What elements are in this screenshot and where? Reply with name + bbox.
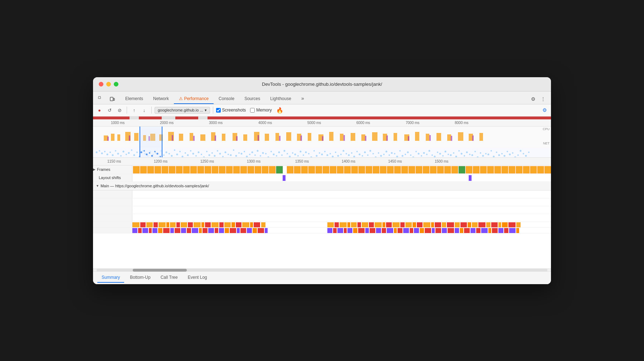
close-button[interactable] xyxy=(99,82,103,86)
svg-point-202 xyxy=(480,152,481,154)
svg-point-60 xyxy=(99,150,100,152)
svg-rect-247 xyxy=(255,166,261,173)
svg-point-208 xyxy=(496,152,497,153)
tab-lighthouse[interactable]: Lighthouse xyxy=(265,94,296,104)
record-button[interactable]: ● xyxy=(95,106,104,114)
memory-checkbox-label[interactable]: Memory xyxy=(250,108,272,113)
clear-button[interactable]: ⊘ xyxy=(115,106,124,114)
svg-rect-238 xyxy=(190,166,197,173)
svg-rect-243 xyxy=(226,166,233,173)
svg-point-108 xyxy=(228,154,229,155)
minimize-button[interactable] xyxy=(106,82,111,86)
tab-console[interactable]: Console xyxy=(214,94,239,104)
tab-sources[interactable]: Sources xyxy=(239,94,265,104)
scrollbar-thumb[interactable] xyxy=(133,269,187,272)
svg-rect-387 xyxy=(435,228,441,233)
svg-point-87 xyxy=(171,155,173,157)
svg-rect-273 xyxy=(444,166,451,173)
tab-network[interactable]: Network xyxy=(148,94,174,104)
svg-rect-232 xyxy=(147,166,154,173)
svg-rect-269 xyxy=(416,166,422,173)
overview-ruler: 1000 ms 2000 ms 3000 ms 4000 ms 5000 ms … xyxy=(93,119,551,127)
svg-rect-333 xyxy=(468,222,471,227)
svg-point-89 xyxy=(176,153,178,155)
svg-rect-336 xyxy=(486,222,491,227)
tab-summary[interactable]: Summary xyxy=(97,273,124,283)
svg-rect-314 xyxy=(351,222,357,227)
svg-rect-278 xyxy=(480,166,487,173)
svg-point-124 xyxy=(270,151,272,152)
svg-point-114 xyxy=(244,151,245,152)
svg-rect-368 xyxy=(333,228,337,233)
detail-tick-1450: 1450 ms xyxy=(388,159,402,163)
svg-rect-311 xyxy=(335,222,339,227)
settings-icon[interactable]: ⚙ xyxy=(528,94,538,104)
screenshots-checkbox[interactable] xyxy=(216,108,221,113)
svg-rect-236 xyxy=(176,166,182,173)
svg-rect-327 xyxy=(431,222,434,227)
inspect-icon[interactable] xyxy=(96,94,106,104)
svg-point-220 xyxy=(528,152,530,153)
svg-rect-294 xyxy=(170,222,176,227)
device-icon[interactable] xyxy=(107,94,117,104)
tab-call-tree[interactable]: Call Tree xyxy=(156,273,182,283)
svg-point-127 xyxy=(278,151,280,153)
tab-elements[interactable]: Elements xyxy=(120,94,148,104)
timeline-scrollbar[interactable] xyxy=(93,268,551,271)
svg-rect-335 xyxy=(478,222,486,227)
svg-rect-38 xyxy=(458,132,463,141)
svg-rect-262 xyxy=(366,166,372,173)
main-collapse-icon[interactable]: ▼ xyxy=(96,184,99,188)
more-icon[interactable]: ⋮ xyxy=(538,94,548,104)
svg-point-138 xyxy=(308,153,309,154)
warning-icon: ⚠ xyxy=(179,96,184,101)
svg-rect-291 xyxy=(153,222,158,227)
svg-rect-357 xyxy=(215,228,218,233)
svg-rect-334 xyxy=(472,222,478,227)
svg-rect-380 xyxy=(397,228,402,233)
reload-record-button[interactable]: ↺ xyxy=(105,106,114,114)
url-selector[interactable]: googlechrome.github.io ... ▾ xyxy=(155,107,210,114)
selection-right-handle[interactable] xyxy=(162,127,162,158)
selection-region[interactable] xyxy=(140,127,162,158)
svg-rect-30 xyxy=(372,132,377,141)
tab-bottom-up[interactable]: Bottom-Up xyxy=(126,273,155,283)
svg-point-180 xyxy=(421,155,422,157)
svg-point-106 xyxy=(222,156,224,157)
svg-rect-22 xyxy=(286,132,291,141)
svg-point-164 xyxy=(378,152,379,154)
frames-expand-icon[interactable]: ▶ xyxy=(93,168,96,171)
screenshots-checkbox-label[interactable]: Screenshots xyxy=(216,108,246,113)
svg-rect-233 xyxy=(155,166,161,173)
svg-point-209 xyxy=(498,154,500,156)
svg-point-190 xyxy=(448,154,449,155)
svg-rect-52 xyxy=(343,135,345,141)
svg-rect-309 xyxy=(261,222,265,227)
tab-performance[interactable]: ⚠ Performance xyxy=(174,94,214,104)
svg-rect-366 xyxy=(265,228,268,233)
svg-rect-384 xyxy=(420,228,424,233)
svg-point-165 xyxy=(380,155,382,157)
upload-button[interactable]: ↑ xyxy=(130,106,138,114)
svg-rect-34 xyxy=(415,132,419,141)
svg-point-125 xyxy=(273,153,275,155)
tab-event-log[interactable]: Event Log xyxy=(184,273,211,283)
maximize-button[interactable] xyxy=(114,82,118,86)
svg-rect-331 xyxy=(455,222,460,227)
svg-rect-295 xyxy=(176,222,180,227)
svg-point-85 xyxy=(166,151,167,153)
svg-point-88 xyxy=(174,149,175,151)
timeline-overview[interactable]: 1000 ms 2000 ms 3000 ms 4000 ms 5000 ms … xyxy=(93,117,551,158)
memory-checkbox[interactable] xyxy=(250,108,255,113)
download-button[interactable]: ↓ xyxy=(140,106,148,114)
svg-point-93 xyxy=(187,154,189,156)
svg-rect-313 xyxy=(347,222,350,227)
svg-rect-7 xyxy=(134,133,138,141)
svg-rect-2 xyxy=(113,98,114,100)
svg-point-183 xyxy=(429,150,430,152)
svg-rect-280 xyxy=(494,166,501,173)
selection-left-handle[interactable] xyxy=(140,127,140,158)
capture-settings-button[interactable]: ⚙ xyxy=(540,106,549,114)
svg-rect-283 xyxy=(516,166,522,173)
tab-more[interactable]: » xyxy=(296,93,309,104)
